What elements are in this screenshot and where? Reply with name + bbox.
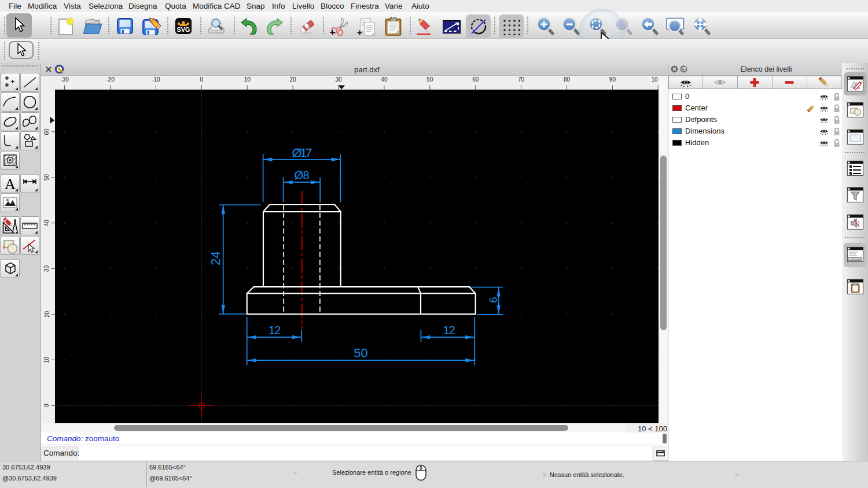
svg-text:30: 30: [335, 76, 342, 83]
svg-text:40: 40: [381, 76, 388, 83]
svg-text:60: 60: [472, 76, 479, 83]
svg-text:10: 10: [651, 76, 658, 83]
svg-text:A: A: [5, 176, 16, 193]
svg-text:10: 10: [44, 356, 50, 363]
svg-text:50: 50: [354, 346, 367, 360]
svg-text:SVG: SVG: [176, 26, 190, 33]
svg-text:Ø8: Ø8: [295, 169, 310, 182]
svg-text:command: command: [850, 258, 862, 261]
svg-text:50: 50: [44, 174, 50, 181]
svg-text:0: 0: [44, 404, 50, 407]
svg-text:12: 12: [269, 324, 281, 337]
svg-text:30: 30: [44, 265, 50, 272]
svg-text:12: 12: [443, 324, 455, 337]
svg-text:-20: -20: [106, 76, 115, 83]
svg-text:0: 0: [200, 76, 204, 83]
svg-text:Ø17: Ø17: [292, 146, 312, 160]
svg-text:60: 60: [44, 128, 50, 135]
svg-text:part.dxf: part.dxf: [354, 65, 380, 74]
svg-text:Elenco dei livelli: Elenco dei livelli: [741, 65, 792, 73]
svg-text:10: 10: [244, 76, 251, 83]
svg-text:90: 90: [609, 76, 616, 83]
svg-text:6: 6: [487, 297, 499, 303]
svg-text:70: 70: [518, 76, 525, 83]
svg-text:20: 20: [44, 311, 50, 318]
svg-text:20: 20: [290, 76, 297, 83]
svg-text:40: 40: [44, 220, 50, 227]
svg-text:80: 80: [564, 76, 571, 83]
svg-text:50: 50: [426, 76, 433, 83]
svg-text:24: 24: [208, 251, 223, 265]
svg-text:-10: -10: [152, 76, 160, 83]
svg-text:-30: -30: [60, 76, 69, 83]
